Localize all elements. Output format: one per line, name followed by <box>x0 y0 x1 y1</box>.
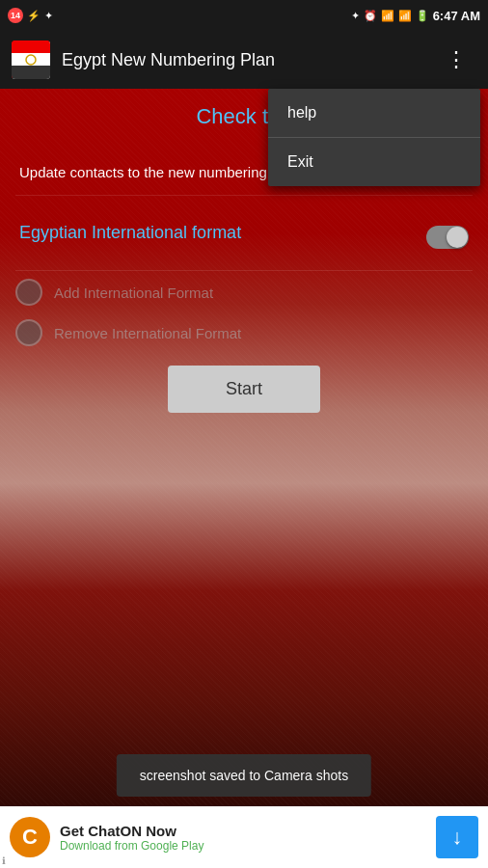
ad-title: Get ChatON Now <box>60 823 436 839</box>
app-bar: Egypt New Numbering Plan ⋮ <box>0 31 488 89</box>
international-format-row: Egyptian International format <box>15 203 473 271</box>
main-content: Check the Update contacts to the new num… <box>0 89 488 806</box>
alarm-icon: ⏰ <box>364 10 377 22</box>
remove-intl-radio <box>15 319 42 346</box>
menu-item-help[interactable]: help <box>268 89 480 138</box>
remove-intl-label: Remove International Format <box>54 325 241 341</box>
menu-item-exit[interactable]: Exit <box>268 138 480 186</box>
ad-info-icon: ℹ <box>2 855 6 866</box>
status-bar: 14 ⚡ ✦ ✦ ⏰ 📶 📶 🔋 6:47 AM <box>0 0 488 31</box>
svg-rect-2 <box>12 66 50 79</box>
start-button[interactable]: Start <box>168 366 320 413</box>
app-logo <box>12 41 50 79</box>
signal-icon: 📶 <box>398 10 412 22</box>
wifi-icon: 📶 <box>381 10 394 22</box>
download-icon: ↓ <box>452 825 463 850</box>
add-intl-radio <box>15 279 42 306</box>
start-button-container: Start <box>15 366 473 413</box>
svg-rect-0 <box>12 41 50 54</box>
notification-badge: 14 <box>8 8 23 23</box>
intl-toggle-thumb <box>447 227 468 248</box>
status-right-icons: ✦ ⏰ 📶 📶 🔋 6:47 AM <box>351 9 480 23</box>
international-format-label: Egyptian International format <box>19 223 426 243</box>
add-intl-format-option[interactable]: Add International Format <box>15 279 473 306</box>
toast-notification: screenshot saved to Camera shots <box>117 754 371 797</box>
ad-subtitle: Download from Google Play <box>60 839 436 853</box>
ad-download-button[interactable]: ↓ <box>436 816 478 858</box>
remove-intl-format-option[interactable]: Remove International Format <box>15 319 473 346</box>
usb-icon: ⚡ <box>27 10 41 22</box>
ad-banner: C Get ChatON Now Download from Google Pl… <box>0 806 488 868</box>
app-title: Egypt New Numbering Plan <box>62 50 438 70</box>
status-time: 6:47 AM <box>433 9 480 23</box>
ad-app-icon: C <box>10 817 50 857</box>
ad-info: Get ChatON Now Download from Google Play <box>60 823 436 853</box>
overflow-menu-button[interactable]: ⋮ <box>438 40 476 80</box>
status-left-icons: 14 ⚡ ✦ <box>8 8 53 23</box>
add-intl-label: Add International Format <box>54 285 213 301</box>
international-format-toggle[interactable] <box>426 226 469 249</box>
dropdown-menu: help Exit <box>268 89 480 186</box>
android-icon: ✦ <box>44 10 53 22</box>
bluetooth-icon: ✦ <box>351 10 360 22</box>
content-overlay: Check the Update contacts to the new num… <box>0 89 488 806</box>
battery-icon: 🔋 <box>416 10 429 22</box>
